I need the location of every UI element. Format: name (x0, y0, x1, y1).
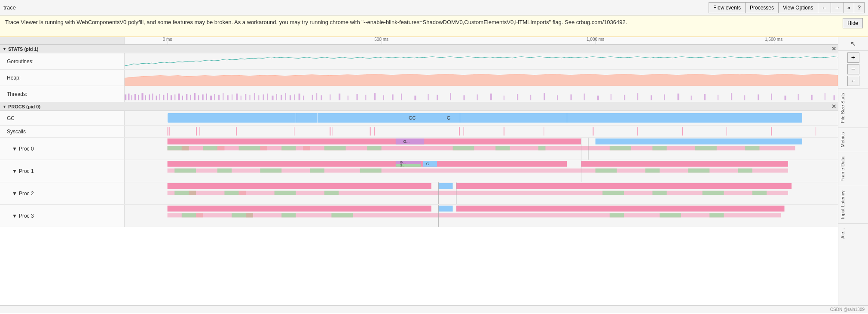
proc3-chart (125, 205, 838, 227)
svg-rect-12 (163, 95, 164, 100)
syscalls-content[interactable] (125, 126, 838, 137)
svg-rect-161 (324, 191, 339, 195)
svg-rect-22 (202, 94, 204, 100)
svg-rect-130 (217, 146, 225, 151)
hide-button[interactable]: Hide (843, 18, 863, 28)
zoom-fit-button[interactable]: ↔ (847, 76, 859, 86)
svg-rect-146 (260, 169, 281, 173)
nav-help-button[interactable]: ? (854, 2, 865, 13)
svg-rect-63 (477, 94, 478, 100)
svg-text:S...: S... (400, 163, 405, 167)
view-options-button[interactable]: View Options (778, 2, 818, 13)
proc3-content[interactable] (125, 205, 838, 227)
warning-banner: Trace Viewer is running with WebComponen… (0, 15, 868, 37)
svg-marker-0 (125, 74, 838, 86)
svg-rect-15 (174, 94, 175, 100)
proc3-label: ▼ Proc 3 (0, 205, 125, 227)
stats-section-header[interactable]: ▼ STATS (pid 1) ✕ (0, 45, 838, 53)
zoom-in-button[interactable]: + (847, 52, 859, 63)
right-sidebar: ↖ + − ↔ File Size Stats Metrics Frame Da… (838, 37, 868, 305)
nav-expand-button[interactable]: » (844, 2, 854, 13)
svg-rect-177 (331, 213, 353, 218)
svg-rect-59 (428, 94, 429, 101)
svg-rect-51 (348, 95, 348, 100)
threads-label: Threads: (0, 86, 125, 102)
syscalls-chart (125, 126, 838, 137)
gc-content[interactable]: GC G (125, 111, 838, 125)
proc2-track-row: ▼ Proc 2 (0, 182, 838, 205)
svg-rect-40 (281, 95, 282, 100)
svg-rect-71 (584, 94, 585, 101)
svg-rect-83 (744, 95, 745, 100)
goroutines-content[interactable] (125, 53, 838, 69)
track-area[interactable]: ▼ STATS (pid 1) ✕ Goroutines: Heap: (0, 45, 838, 305)
svg-rect-46 (312, 95, 313, 100)
svg-rect-1 (125, 94, 126, 100)
svg-rect-95 (236, 127, 237, 135)
svg-rect-86 (785, 95, 786, 100)
sidebar-tab-frame-data[interactable]: Frame Data (838, 152, 868, 186)
procs-close-button[interactable]: ✕ (831, 103, 836, 110)
svg-rect-120 (324, 146, 346, 151)
svg-rect-114 (596, 139, 802, 145)
processes-button[interactable]: Processes (745, 2, 779, 13)
proc0-track-row: ▼ Proc 0 G... (0, 138, 838, 160)
stats-close-button[interactable]: ✕ (831, 46, 836, 52)
svg-rect-74 (624, 95, 625, 100)
svg-rect-44 (299, 94, 300, 101)
heap-content[interactable] (125, 70, 838, 86)
proc2-content[interactable] (125, 182, 838, 204)
procs-section-header[interactable]: ▼ PROCS (pid 0) ✕ (0, 102, 838, 111)
svg-rect-144 (174, 169, 196, 173)
goroutines-chart (125, 53, 838, 69)
sidebar-tab-file-size-stats[interactable]: File Size Stats (838, 88, 868, 127)
nav-left-button[interactable]: ← (818, 2, 831, 13)
svg-rect-100 (374, 127, 375, 135)
proc2-chart (125, 182, 838, 204)
svg-rect-142 (581, 161, 788, 167)
svg-rect-37 (267, 94, 268, 101)
svg-rect-16 (178, 94, 180, 101)
zoom-out-button[interactable]: − (847, 64, 859, 74)
svg-rect-26 (218, 95, 220, 100)
proc0-content[interactable]: G... (125, 138, 838, 160)
proc2-label: ▼ Proc 2 (0, 182, 125, 204)
svg-rect-151 (688, 169, 709, 173)
flow-events-button[interactable]: Flow events (709, 2, 746, 13)
svg-rect-73 (611, 94, 611, 101)
svg-rect-87 (798, 94, 799, 101)
threads-content[interactable] (125, 86, 838, 102)
svg-rect-38 (272, 95, 273, 100)
svg-rect-181 (196, 213, 203, 218)
svg-rect-48 (321, 95, 322, 100)
sidebar-tab-metrics[interactable]: Metrics (838, 127, 868, 151)
goroutines-track-row: Goroutines: (0, 53, 838, 70)
svg-rect-49 (330, 94, 330, 100)
sidebar-tab-input-latency[interactable]: Input Latency (838, 186, 868, 223)
svg-rect-145 (217, 169, 232, 173)
svg-rect-55 (383, 95, 384, 100)
svg-rect-148 (360, 169, 382, 173)
svg-rect-126 (652, 146, 666, 151)
svg-rect-17 (182, 95, 183, 100)
svg-rect-163 (652, 191, 666, 195)
svg-rect-54 (374, 93, 376, 101)
svg-rect-68 (544, 93, 545, 101)
svg-rect-118 (239, 146, 260, 151)
goroutines-label: Goroutines: (0, 53, 125, 69)
svg-rect-79 (691, 95, 692, 100)
svg-rect-88 (811, 95, 813, 100)
proc0-chart: G... (125, 138, 838, 160)
svg-rect-136 (396, 161, 421, 164)
nav-right-button[interactable]: → (831, 2, 844, 13)
svg-rect-129 (182, 146, 189, 151)
proc1-chart: G... S... G (125, 160, 838, 182)
svg-rect-36 (263, 94, 264, 100)
svg-rect-85 (771, 94, 772, 101)
sidebar-tabs: File Size Stats Metrics Frame Data Input… (838, 88, 868, 305)
svg-rect-9 (152, 94, 153, 101)
svg-rect-109 (771, 127, 772, 135)
proc1-content[interactable]: G... S... G (125, 160, 838, 182)
sidebar-tab-alerts[interactable]: Ale... (838, 223, 868, 243)
svg-rect-135 (168, 161, 567, 167)
